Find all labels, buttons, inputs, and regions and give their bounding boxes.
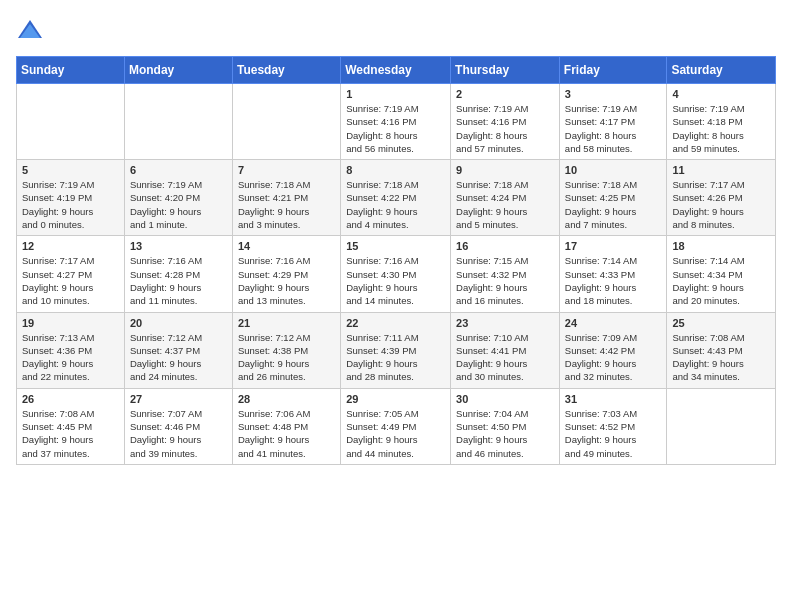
day-info: Sunrise: 7:07 AM Sunset: 4:46 PM Dayligh…: [130, 407, 227, 460]
calendar-table: SundayMondayTuesdayWednesdayThursdayFrid…: [16, 56, 776, 465]
day-info: Sunrise: 7:05 AM Sunset: 4:49 PM Dayligh…: [346, 407, 445, 460]
day-number: 25: [672, 317, 770, 329]
day-number: 3: [565, 88, 662, 100]
calendar-cell: 3Sunrise: 7:19 AM Sunset: 4:17 PM Daylig…: [559, 84, 667, 160]
calendar-week-row: 5Sunrise: 7:19 AM Sunset: 4:19 PM Daylig…: [17, 160, 776, 236]
calendar-cell: 16Sunrise: 7:15 AM Sunset: 4:32 PM Dayli…: [451, 236, 560, 312]
day-number: 17: [565, 240, 662, 252]
day-info: Sunrise: 7:18 AM Sunset: 4:24 PM Dayligh…: [456, 178, 554, 231]
calendar-cell: 27Sunrise: 7:07 AM Sunset: 4:46 PM Dayli…: [124, 388, 232, 464]
day-number: 9: [456, 164, 554, 176]
day-info: Sunrise: 7:04 AM Sunset: 4:50 PM Dayligh…: [456, 407, 554, 460]
day-info: Sunrise: 7:19 AM Sunset: 4:18 PM Dayligh…: [672, 102, 770, 155]
calendar-cell: 26Sunrise: 7:08 AM Sunset: 4:45 PM Dayli…: [17, 388, 125, 464]
day-number: 8: [346, 164, 445, 176]
calendar-cell: 23Sunrise: 7:10 AM Sunset: 4:41 PM Dayli…: [451, 312, 560, 388]
calendar-week-row: 26Sunrise: 7:08 AM Sunset: 4:45 PM Dayli…: [17, 388, 776, 464]
day-info: Sunrise: 7:16 AM Sunset: 4:29 PM Dayligh…: [238, 254, 335, 307]
day-number: 1: [346, 88, 445, 100]
day-number: 22: [346, 317, 445, 329]
calendar-cell: 18Sunrise: 7:14 AM Sunset: 4:34 PM Dayli…: [667, 236, 776, 312]
day-info: Sunrise: 7:11 AM Sunset: 4:39 PM Dayligh…: [346, 331, 445, 384]
calendar-cell: 29Sunrise: 7:05 AM Sunset: 4:49 PM Dayli…: [341, 388, 451, 464]
day-info: Sunrise: 7:06 AM Sunset: 4:48 PM Dayligh…: [238, 407, 335, 460]
calendar-cell: 13Sunrise: 7:16 AM Sunset: 4:28 PM Dayli…: [124, 236, 232, 312]
day-info: Sunrise: 7:19 AM Sunset: 4:16 PM Dayligh…: [346, 102, 445, 155]
day-number: 7: [238, 164, 335, 176]
day-info: Sunrise: 7:09 AM Sunset: 4:42 PM Dayligh…: [565, 331, 662, 384]
calendar-cell: [667, 388, 776, 464]
calendar-cell: 31Sunrise: 7:03 AM Sunset: 4:52 PM Dayli…: [559, 388, 667, 464]
day-number: 5: [22, 164, 119, 176]
day-info: Sunrise: 7:12 AM Sunset: 4:37 PM Dayligh…: [130, 331, 227, 384]
day-number: 27: [130, 393, 227, 405]
day-info: Sunrise: 7:19 AM Sunset: 4:20 PM Dayligh…: [130, 178, 227, 231]
day-info: Sunrise: 7:03 AM Sunset: 4:52 PM Dayligh…: [565, 407, 662, 460]
day-info: Sunrise: 7:18 AM Sunset: 4:25 PM Dayligh…: [565, 178, 662, 231]
day-info: Sunrise: 7:19 AM Sunset: 4:17 PM Dayligh…: [565, 102, 662, 155]
calendar-cell: 9Sunrise: 7:18 AM Sunset: 4:24 PM Daylig…: [451, 160, 560, 236]
calendar-cell: 20Sunrise: 7:12 AM Sunset: 4:37 PM Dayli…: [124, 312, 232, 388]
day-number: 13: [130, 240, 227, 252]
weekday-header-row: SundayMondayTuesdayWednesdayThursdayFrid…: [17, 57, 776, 84]
calendar-cell: [124, 84, 232, 160]
calendar-week-row: 1Sunrise: 7:19 AM Sunset: 4:16 PM Daylig…: [17, 84, 776, 160]
day-number: 31: [565, 393, 662, 405]
day-info: Sunrise: 7:17 AM Sunset: 4:26 PM Dayligh…: [672, 178, 770, 231]
day-number: 14: [238, 240, 335, 252]
calendar-cell: 22Sunrise: 7:11 AM Sunset: 4:39 PM Dayli…: [341, 312, 451, 388]
calendar-cell: 14Sunrise: 7:16 AM Sunset: 4:29 PM Dayli…: [232, 236, 340, 312]
calendar-cell: 2Sunrise: 7:19 AM Sunset: 4:16 PM Daylig…: [451, 84, 560, 160]
day-info: Sunrise: 7:08 AM Sunset: 4:45 PM Dayligh…: [22, 407, 119, 460]
calendar-cell: 17Sunrise: 7:14 AM Sunset: 4:33 PM Dayli…: [559, 236, 667, 312]
day-number: 23: [456, 317, 554, 329]
calendar-week-row: 12Sunrise: 7:17 AM Sunset: 4:27 PM Dayli…: [17, 236, 776, 312]
day-number: 18: [672, 240, 770, 252]
day-number: 12: [22, 240, 119, 252]
day-number: 30: [456, 393, 554, 405]
calendar-cell: 19Sunrise: 7:13 AM Sunset: 4:36 PM Dayli…: [17, 312, 125, 388]
calendar-cell: 1Sunrise: 7:19 AM Sunset: 4:16 PM Daylig…: [341, 84, 451, 160]
calendar-cell: 6Sunrise: 7:19 AM Sunset: 4:20 PM Daylig…: [124, 160, 232, 236]
calendar-cell: 21Sunrise: 7:12 AM Sunset: 4:38 PM Dayli…: [232, 312, 340, 388]
day-info: Sunrise: 7:19 AM Sunset: 4:16 PM Dayligh…: [456, 102, 554, 155]
calendar-cell: [232, 84, 340, 160]
day-number: 28: [238, 393, 335, 405]
day-info: Sunrise: 7:14 AM Sunset: 4:34 PM Dayligh…: [672, 254, 770, 307]
calendar-cell: 24Sunrise: 7:09 AM Sunset: 4:42 PM Dayli…: [559, 312, 667, 388]
day-info: Sunrise: 7:17 AM Sunset: 4:27 PM Dayligh…: [22, 254, 119, 307]
day-info: Sunrise: 7:18 AM Sunset: 4:22 PM Dayligh…: [346, 178, 445, 231]
day-number: 10: [565, 164, 662, 176]
calendar-cell: 10Sunrise: 7:18 AM Sunset: 4:25 PM Dayli…: [559, 160, 667, 236]
calendar-cell: 15Sunrise: 7:16 AM Sunset: 4:30 PM Dayli…: [341, 236, 451, 312]
weekday-header-tuesday: Tuesday: [232, 57, 340, 84]
day-info: Sunrise: 7:19 AM Sunset: 4:19 PM Dayligh…: [22, 178, 119, 231]
weekday-header-monday: Monday: [124, 57, 232, 84]
day-info: Sunrise: 7:08 AM Sunset: 4:43 PM Dayligh…: [672, 331, 770, 384]
day-info: Sunrise: 7:12 AM Sunset: 4:38 PM Dayligh…: [238, 331, 335, 384]
day-number: 15: [346, 240, 445, 252]
day-number: 21: [238, 317, 335, 329]
weekday-header-friday: Friday: [559, 57, 667, 84]
day-number: 6: [130, 164, 227, 176]
day-info: Sunrise: 7:10 AM Sunset: 4:41 PM Dayligh…: [456, 331, 554, 384]
weekday-header-thursday: Thursday: [451, 57, 560, 84]
weekday-header-wednesday: Wednesday: [341, 57, 451, 84]
day-number: 4: [672, 88, 770, 100]
day-number: 2: [456, 88, 554, 100]
logo: [16, 16, 48, 44]
calendar-cell: 25Sunrise: 7:08 AM Sunset: 4:43 PM Dayli…: [667, 312, 776, 388]
calendar-cell: 12Sunrise: 7:17 AM Sunset: 4:27 PM Dayli…: [17, 236, 125, 312]
calendar-cell: 8Sunrise: 7:18 AM Sunset: 4:22 PM Daylig…: [341, 160, 451, 236]
calendar-cell: [17, 84, 125, 160]
day-number: 16: [456, 240, 554, 252]
day-number: 20: [130, 317, 227, 329]
calendar-cell: 7Sunrise: 7:18 AM Sunset: 4:21 PM Daylig…: [232, 160, 340, 236]
day-info: Sunrise: 7:13 AM Sunset: 4:36 PM Dayligh…: [22, 331, 119, 384]
calendar-cell: 30Sunrise: 7:04 AM Sunset: 4:50 PM Dayli…: [451, 388, 560, 464]
day-info: Sunrise: 7:18 AM Sunset: 4:21 PM Dayligh…: [238, 178, 335, 231]
calendar-cell: 28Sunrise: 7:06 AM Sunset: 4:48 PM Dayli…: [232, 388, 340, 464]
day-number: 24: [565, 317, 662, 329]
day-number: 19: [22, 317, 119, 329]
day-info: Sunrise: 7:14 AM Sunset: 4:33 PM Dayligh…: [565, 254, 662, 307]
